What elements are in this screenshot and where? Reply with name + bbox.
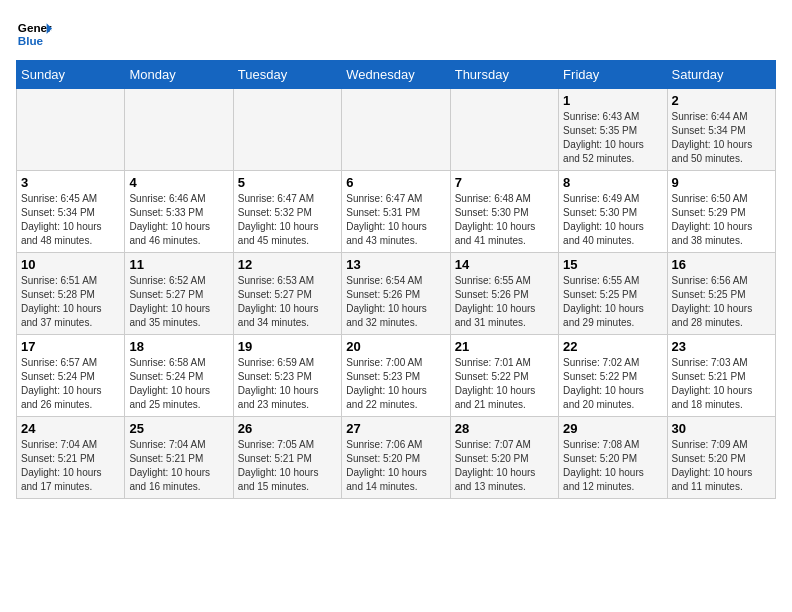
weekday-header-monday: Monday bbox=[125, 61, 233, 89]
day-info: Sunrise: 7:08 AMSunset: 5:20 PMDaylight:… bbox=[563, 438, 662, 494]
day-number: 6 bbox=[346, 175, 445, 190]
day-info: Sunrise: 6:59 AMSunset: 5:23 PMDaylight:… bbox=[238, 356, 337, 412]
calendar-cell: 25Sunrise: 7:04 AMSunset: 5:21 PMDayligh… bbox=[125, 417, 233, 499]
weekday-header-friday: Friday bbox=[559, 61, 667, 89]
day-number: 30 bbox=[672, 421, 771, 436]
day-number: 24 bbox=[21, 421, 120, 436]
day-number: 11 bbox=[129, 257, 228, 272]
calendar-cell: 17Sunrise: 6:57 AMSunset: 5:24 PMDayligh… bbox=[17, 335, 125, 417]
day-number: 8 bbox=[563, 175, 662, 190]
day-info: Sunrise: 6:52 AMSunset: 5:27 PMDaylight:… bbox=[129, 274, 228, 330]
calendar-week-5: 24Sunrise: 7:04 AMSunset: 5:21 PMDayligh… bbox=[17, 417, 776, 499]
calendar-header-row: SundayMondayTuesdayWednesdayThursdayFrid… bbox=[17, 61, 776, 89]
day-info: Sunrise: 6:47 AMSunset: 5:31 PMDaylight:… bbox=[346, 192, 445, 248]
day-number: 1 bbox=[563, 93, 662, 108]
calendar-cell: 30Sunrise: 7:09 AMSunset: 5:20 PMDayligh… bbox=[667, 417, 775, 499]
weekday-header-saturday: Saturday bbox=[667, 61, 775, 89]
calendar-cell: 27Sunrise: 7:06 AMSunset: 5:20 PMDayligh… bbox=[342, 417, 450, 499]
day-number: 26 bbox=[238, 421, 337, 436]
day-number: 22 bbox=[563, 339, 662, 354]
day-number: 13 bbox=[346, 257, 445, 272]
calendar-cell: 6Sunrise: 6:47 AMSunset: 5:31 PMDaylight… bbox=[342, 171, 450, 253]
day-number: 21 bbox=[455, 339, 554, 354]
calendar-cell: 29Sunrise: 7:08 AMSunset: 5:20 PMDayligh… bbox=[559, 417, 667, 499]
calendar-week-3: 10Sunrise: 6:51 AMSunset: 5:28 PMDayligh… bbox=[17, 253, 776, 335]
calendar-cell: 9Sunrise: 6:50 AMSunset: 5:29 PMDaylight… bbox=[667, 171, 775, 253]
weekday-header-sunday: Sunday bbox=[17, 61, 125, 89]
page-header: General Blue bbox=[16, 16, 776, 52]
svg-text:Blue: Blue bbox=[18, 34, 44, 47]
day-info: Sunrise: 6:43 AMSunset: 5:35 PMDaylight:… bbox=[563, 110, 662, 166]
calendar-cell: 26Sunrise: 7:05 AMSunset: 5:21 PMDayligh… bbox=[233, 417, 341, 499]
calendar-cell: 7Sunrise: 6:48 AMSunset: 5:30 PMDaylight… bbox=[450, 171, 558, 253]
calendar-cell: 16Sunrise: 6:56 AMSunset: 5:25 PMDayligh… bbox=[667, 253, 775, 335]
day-info: Sunrise: 7:00 AMSunset: 5:23 PMDaylight:… bbox=[346, 356, 445, 412]
day-number: 23 bbox=[672, 339, 771, 354]
day-number: 28 bbox=[455, 421, 554, 436]
calendar-cell: 8Sunrise: 6:49 AMSunset: 5:30 PMDaylight… bbox=[559, 171, 667, 253]
day-info: Sunrise: 6:51 AMSunset: 5:28 PMDaylight:… bbox=[21, 274, 120, 330]
calendar-cell: 12Sunrise: 6:53 AMSunset: 5:27 PMDayligh… bbox=[233, 253, 341, 335]
day-info: Sunrise: 7:01 AMSunset: 5:22 PMDaylight:… bbox=[455, 356, 554, 412]
day-number: 7 bbox=[455, 175, 554, 190]
day-info: Sunrise: 6:57 AMSunset: 5:24 PMDaylight:… bbox=[21, 356, 120, 412]
day-info: Sunrise: 7:09 AMSunset: 5:20 PMDaylight:… bbox=[672, 438, 771, 494]
day-number: 18 bbox=[129, 339, 228, 354]
calendar-cell bbox=[125, 89, 233, 171]
logo: General Blue bbox=[16, 16, 52, 52]
calendar-cell: 24Sunrise: 7:04 AMSunset: 5:21 PMDayligh… bbox=[17, 417, 125, 499]
calendar-cell: 2Sunrise: 6:44 AMSunset: 5:34 PMDaylight… bbox=[667, 89, 775, 171]
day-info: Sunrise: 7:04 AMSunset: 5:21 PMDaylight:… bbox=[21, 438, 120, 494]
day-number: 5 bbox=[238, 175, 337, 190]
day-number: 4 bbox=[129, 175, 228, 190]
logo-icon: General Blue bbox=[16, 16, 52, 52]
calendar-cell: 19Sunrise: 6:59 AMSunset: 5:23 PMDayligh… bbox=[233, 335, 341, 417]
calendar-table: SundayMondayTuesdayWednesdayThursdayFrid… bbox=[16, 60, 776, 499]
day-number: 19 bbox=[238, 339, 337, 354]
day-number: 25 bbox=[129, 421, 228, 436]
day-number: 12 bbox=[238, 257, 337, 272]
day-number: 29 bbox=[563, 421, 662, 436]
calendar-cell bbox=[342, 89, 450, 171]
day-number: 9 bbox=[672, 175, 771, 190]
calendar-cell: 28Sunrise: 7:07 AMSunset: 5:20 PMDayligh… bbox=[450, 417, 558, 499]
day-info: Sunrise: 6:44 AMSunset: 5:34 PMDaylight:… bbox=[672, 110, 771, 166]
calendar-cell: 5Sunrise: 6:47 AMSunset: 5:32 PMDaylight… bbox=[233, 171, 341, 253]
calendar-cell: 10Sunrise: 6:51 AMSunset: 5:28 PMDayligh… bbox=[17, 253, 125, 335]
calendar-week-4: 17Sunrise: 6:57 AMSunset: 5:24 PMDayligh… bbox=[17, 335, 776, 417]
calendar-cell: 20Sunrise: 7:00 AMSunset: 5:23 PMDayligh… bbox=[342, 335, 450, 417]
day-info: Sunrise: 6:49 AMSunset: 5:30 PMDaylight:… bbox=[563, 192, 662, 248]
day-info: Sunrise: 6:54 AMSunset: 5:26 PMDaylight:… bbox=[346, 274, 445, 330]
day-info: Sunrise: 6:58 AMSunset: 5:24 PMDaylight:… bbox=[129, 356, 228, 412]
day-number: 16 bbox=[672, 257, 771, 272]
day-info: Sunrise: 6:56 AMSunset: 5:25 PMDaylight:… bbox=[672, 274, 771, 330]
weekday-header-thursday: Thursday bbox=[450, 61, 558, 89]
calendar-cell bbox=[17, 89, 125, 171]
calendar-cell: 4Sunrise: 6:46 AMSunset: 5:33 PMDaylight… bbox=[125, 171, 233, 253]
day-number: 15 bbox=[563, 257, 662, 272]
calendar-cell bbox=[233, 89, 341, 171]
day-info: Sunrise: 7:07 AMSunset: 5:20 PMDaylight:… bbox=[455, 438, 554, 494]
day-info: Sunrise: 6:55 AMSunset: 5:26 PMDaylight:… bbox=[455, 274, 554, 330]
day-number: 20 bbox=[346, 339, 445, 354]
weekday-header-wednesday: Wednesday bbox=[342, 61, 450, 89]
calendar-cell: 18Sunrise: 6:58 AMSunset: 5:24 PMDayligh… bbox=[125, 335, 233, 417]
day-info: Sunrise: 6:45 AMSunset: 5:34 PMDaylight:… bbox=[21, 192, 120, 248]
calendar-week-2: 3Sunrise: 6:45 AMSunset: 5:34 PMDaylight… bbox=[17, 171, 776, 253]
day-number: 27 bbox=[346, 421, 445, 436]
day-info: Sunrise: 7:02 AMSunset: 5:22 PMDaylight:… bbox=[563, 356, 662, 412]
calendar-cell: 21Sunrise: 7:01 AMSunset: 5:22 PMDayligh… bbox=[450, 335, 558, 417]
calendar-cell: 13Sunrise: 6:54 AMSunset: 5:26 PMDayligh… bbox=[342, 253, 450, 335]
calendar-cell: 15Sunrise: 6:55 AMSunset: 5:25 PMDayligh… bbox=[559, 253, 667, 335]
day-info: Sunrise: 6:47 AMSunset: 5:32 PMDaylight:… bbox=[238, 192, 337, 248]
calendar-cell: 11Sunrise: 6:52 AMSunset: 5:27 PMDayligh… bbox=[125, 253, 233, 335]
calendar-cell: 3Sunrise: 6:45 AMSunset: 5:34 PMDaylight… bbox=[17, 171, 125, 253]
calendar-cell: 23Sunrise: 7:03 AMSunset: 5:21 PMDayligh… bbox=[667, 335, 775, 417]
calendar-cell bbox=[450, 89, 558, 171]
day-number: 14 bbox=[455, 257, 554, 272]
day-info: Sunrise: 7:04 AMSunset: 5:21 PMDaylight:… bbox=[129, 438, 228, 494]
day-info: Sunrise: 7:05 AMSunset: 5:21 PMDaylight:… bbox=[238, 438, 337, 494]
day-number: 17 bbox=[21, 339, 120, 354]
day-number: 2 bbox=[672, 93, 771, 108]
day-info: Sunrise: 6:46 AMSunset: 5:33 PMDaylight:… bbox=[129, 192, 228, 248]
